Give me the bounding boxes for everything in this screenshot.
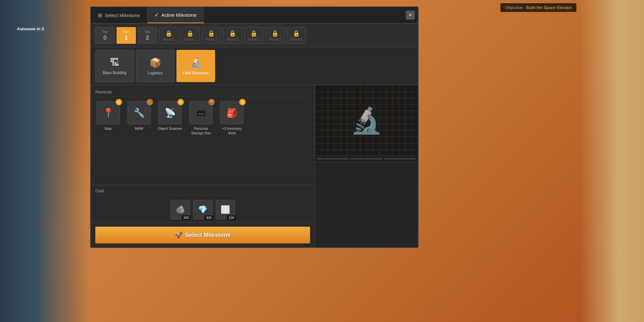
lock-icon-2b: 🔒: [229, 30, 236, 37]
lock-icon-1a: 🔒: [165, 30, 172, 37]
preview-ctrl-3: [384, 158, 416, 160]
lock-icon-2a: 🔒: [208, 30, 215, 37]
phase-3a-label: Phase 3: [248, 38, 260, 41]
phase-4-label: Phase 4: [290, 38, 302, 41]
tier-0-num: 0: [103, 34, 107, 41]
map-icon: 📍: [103, 108, 114, 118]
preview-ctrl-1: [317, 158, 349, 160]
mam-icon: 🔧: [134, 108, 145, 118]
reward-personal-storage: 📦 🗃 Personal Storage Box: [188, 101, 214, 136]
tab-select-milestone[interactable]: ⊞ Select Milestone: [91, 7, 147, 23]
reward-scanner-badge: ⭐: [177, 99, 184, 105]
side-panel-right: [580, 0, 644, 322]
phase-2a-label: Phase 2: [205, 38, 217, 41]
tab-select-label: Select Milestone: [105, 13, 140, 18]
storage-icon: 🗃: [196, 108, 205, 118]
milestone-base-building-label: Base Building: [103, 71, 126, 75]
reward-storage-label: Personal Storage Box: [188, 126, 214, 136]
reward-inventory-slots: ⭐ 🎒 +3 Inventory Slots: [219, 101, 245, 136]
preview-figure: 🔬: [350, 105, 383, 136]
objective-label: Objective:: [505, 5, 524, 10]
cost-material2-amount: 300: [204, 215, 213, 220]
reward-object-scanner: ⭐ 📡 Object Scanner: [157, 101, 183, 136]
close-icon: ×: [409, 12, 412, 18]
tier-0-button[interactable]: Tier 0: [95, 27, 115, 44]
phase-1b-label: Phase 1: [184, 38, 196, 41]
select-rocket-icon: 🚀: [175, 232, 182, 239]
cost-material1-amount: 300: [182, 215, 190, 220]
lock-icon-3a: 🔒: [250, 30, 257, 37]
logistics-icon: 📦: [149, 57, 161, 68]
preview-ctrl-2: [350, 158, 383, 160]
cost-section: Cost 🪨 300 💎 300 ⬜ 100: [91, 185, 315, 223]
reward-scanner-label: Object Scanner: [158, 126, 182, 131]
main-modal: ⊞ Select Milestone ✓ Active Milestone × …: [90, 6, 419, 248]
objective-bar: Objective: Build the Space Elevator: [500, 3, 576, 12]
lock-icon-4: 🔒: [293, 30, 300, 37]
phase-2b-label: Phase 2: [227, 38, 239, 41]
cost-item-1: 🪨 300: [171, 200, 190, 219]
rewards-section: Rewards ⭐ 📍 Map 🔧 🔧 M: [91, 85, 315, 185]
milestone-logistics-label: Logistics: [148, 71, 163, 75]
milestone-field-research[interactable]: 🔬 Field Research: [176, 50, 215, 82]
reward-inventory-badge: ⭐: [239, 99, 246, 105]
tier-1-button[interactable]: Tier 1: [117, 27, 136, 44]
tier-1-label: Tier: [123, 30, 129, 34]
lock-icon-3b: 🔒: [271, 30, 279, 37]
tier-2-button[interactable]: Tier 2: [138, 27, 157, 44]
phase-3b-label: Phase 3: [269, 38, 281, 41]
reward-storage-icon-wrap: 📦 🗃: [189, 101, 213, 124]
select-milestone-button[interactable]: 🚀 Select Milestone: [95, 227, 310, 243]
cost-material3-amount: 100: [227, 215, 235, 220]
reward-inventory-label: +3 Inventory Slots: [219, 126, 245, 136]
reward-inventory-icon-wrap: ⭐ 🎒: [220, 101, 243, 124]
reward-map: ⭐ 📍 Map: [95, 101, 121, 136]
lock-icon-1b: 🔒: [186, 30, 194, 37]
inventory-icon: 🎒: [226, 108, 238, 118]
tier-row: Tier 0 Tier 1 Tier 2 🔒 Phase 1 🔒 Phase 1…: [91, 24, 418, 47]
tab-bar: ⊞ Select Milestone ✓ Active Milestone ×: [91, 7, 418, 24]
milestone-logistics[interactable]: 📦 Logistics: [136, 50, 175, 82]
preview-info: [315, 162, 418, 247]
milestone-field-research-label: Field Research: [183, 71, 209, 75]
phase-1a-button: 🔒 Phase 1: [159, 27, 178, 44]
milestone-options-row: 🏗 Base Building 📦 Logistics 🔬 Field Rese…: [91, 47, 418, 85]
cost-item-3: ⬜ 100: [216, 200, 235, 219]
tab-active-milestone[interactable]: ✓ Active Milestone: [147, 7, 204, 23]
phase-3b-button: 🔒 Phase 3: [265, 27, 285, 44]
phase-4-button: 🔒 Phase 4: [287, 27, 306, 44]
autosave-text: Autosave in 3: [17, 26, 44, 31]
phase-2b-button: 🔒 Phase 2: [223, 27, 242, 44]
preview-image: 🔬: [315, 85, 418, 156]
select-btn-label: Select Milestone: [185, 232, 231, 239]
reward-map-icon-wrap: ⭐ 📍: [97, 101, 120, 124]
rewards-title: Rewards: [95, 90, 310, 97]
reward-storage-badge: 📦: [208, 99, 215, 105]
cost-items: 🪨 300 💎 300 ⬜ 100: [95, 200, 310, 219]
rewards-grid: ⭐ 📍 Map 🔧 🔧 MAM ⭐: [95, 101, 310, 136]
reward-mam-label: MAM: [135, 126, 143, 131]
objective-text: Build the Space Elevator: [526, 5, 572, 10]
cost-title: Cost: [95, 188, 310, 195]
content-area: Rewards ⭐ 📍 Map 🔧 🔧 M: [91, 85, 418, 247]
close-button[interactable]: ×: [406, 11, 415, 20]
phase-1b-button: 🔒 Phase 1: [180, 27, 200, 44]
tier-2-num: 2: [146, 34, 149, 41]
base-building-icon: 🏗: [110, 57, 119, 68]
reward-scanner-icon-wrap: ⭐ 📡: [158, 101, 182, 124]
reward-mam-icon-wrap: 🔧 🔧: [128, 101, 151, 124]
phase-1a-label: Phase 1: [163, 38, 175, 41]
scanner-icon: 📡: [165, 108, 176, 118]
milestone-base-building[interactable]: 🏗 Base Building: [95, 50, 134, 82]
reward-mam-badge: 🔧: [147, 99, 153, 105]
field-research-icon: 🔬: [190, 57, 202, 68]
checkmark-icon: ✓: [155, 12, 159, 18]
right-panel: 🔬: [315, 85, 418, 247]
reward-mam: 🔧 🔧 MAM: [126, 101, 152, 136]
select-button-wrap: 🚀 Select Milestone: [91, 223, 315, 247]
phase-2a-button: 🔒 Phase 2: [202, 27, 221, 44]
tier-2-label: Tier: [145, 30, 151, 34]
tier-0-label: Tier: [102, 30, 108, 34]
side-panel-left: [0, 0, 90, 322]
cost-item-2: 💎 300: [193, 200, 213, 219]
